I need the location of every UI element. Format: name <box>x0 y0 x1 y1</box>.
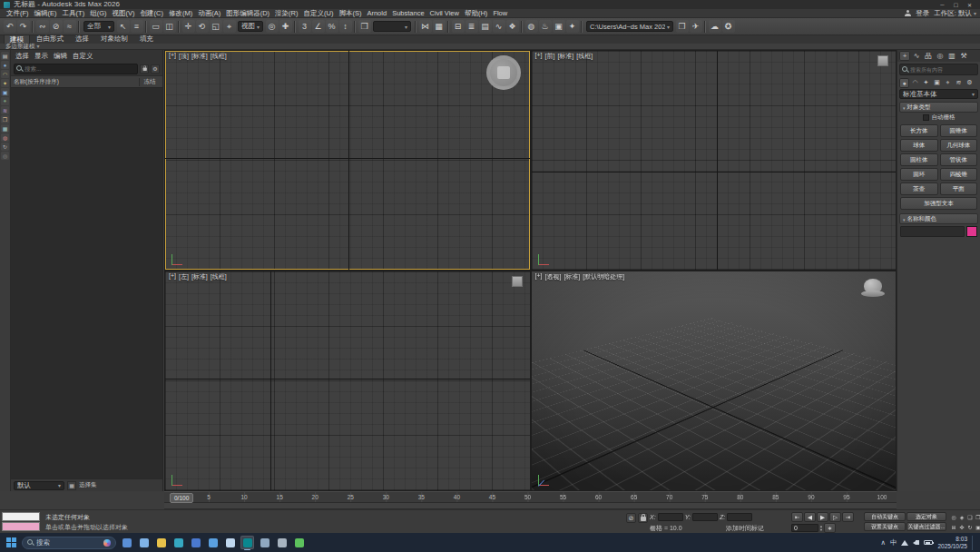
category-shapes-icon[interactable]: ◠ <box>910 78 920 88</box>
snaps-toggle-3d-button[interactable]: 3 <box>299 20 311 33</box>
schematic-view-button[interactable]: ❖ <box>506 20 519 33</box>
percent-snap-toggle-button[interactable]: % <box>326 20 338 33</box>
taskbar-copilot[interactable] <box>137 536 151 549</box>
autogrid-checkbox[interactable] <box>923 114 929 121</box>
timeline-tick[interactable]: 85 <box>772 494 779 500</box>
viewport-label-seg-0[interactable]: [+] <box>535 52 543 61</box>
name-color-rollout-header[interactable]: 名称和颜色 <box>899 213 978 224</box>
render-setup-button[interactable]: ♨ <box>539 20 552 33</box>
go-to-end-button[interactable]: ⇥ <box>842 512 854 522</box>
viewport-left[interactable]: [+][左][标准][线框] <box>165 271 530 490</box>
selected-objects-button[interactable]: 选定对象 <box>906 512 946 521</box>
subcategory-dropdown[interactable]: 标准基本体 <box>899 89 978 99</box>
use-pivot-point-center-button[interactable]: ◎ <box>266 20 279 33</box>
x-coordinate-field[interactable] <box>658 513 683 521</box>
menu-file[interactable]: 文件(F) <box>4 9 32 18</box>
taskbar-search[interactable]: 搜索 <box>22 537 116 549</box>
viewport-label-seg-1[interactable]: [前] <box>544 52 554 61</box>
taskbar-notepad[interactable] <box>258 536 271 549</box>
taskbar-task-view[interactable] <box>120 536 133 549</box>
rectangular-selection-region-button[interactable]: ▭ <box>150 20 162 33</box>
autodesk-app-button[interactable]: ✪ <box>722 20 735 33</box>
viewcube-icon[interactable] <box>486 55 521 90</box>
maxscript-listener[interactable] <box>2 512 40 521</box>
display-lights-icon[interactable]: ✦ <box>1 79 9 87</box>
workspace-dropdown[interactable]: 工作区: 默认 <box>934 9 976 18</box>
create-sphere-button[interactable]: 球体 <box>900 139 938 152</box>
edit-named-selection-sets-button[interactable]: ❒ <box>358 20 371 33</box>
named-selection-sets-dropdown[interactable] <box>373 21 411 32</box>
explorer-menu-select[interactable]: 选择 <box>14 52 31 61</box>
taskbar-file-explorer[interactable] <box>154 536 168 549</box>
macro-recorder[interactable] <box>2 522 40 531</box>
timeline-tick[interactable]: 5 <box>207 494 211 500</box>
menu-create[interactable]: 创建(C) <box>138 9 166 18</box>
taskbar-microsoft-store[interactable] <box>189 536 202 549</box>
explorer-lock-button[interactable] <box>140 64 149 74</box>
timeline-tick[interactable]: 35 <box>418 494 425 500</box>
zoom-button[interactable]: ◎ <box>950 512 957 521</box>
create-torus-button[interactable]: 圆环 <box>900 168 938 181</box>
ribbon-tab-object-paint[interactable]: 对象绘制 <box>95 34 133 44</box>
toggle-layer-explorer-button[interactable]: ≣ <box>466 20 478 33</box>
command-tab-modify[interactable]: ∿ <box>911 51 922 61</box>
timeline-tick[interactable]: 55 <box>560 494 566 500</box>
selection-filter-dropdown[interactable]: 全部 <box>83 21 114 32</box>
selection-lock-toggle[interactable] <box>638 513 648 523</box>
timeline-tick[interactable]: 75 <box>701 494 708 500</box>
key-filters-button[interactable]: 关键点过滤器... <box>906 522 946 531</box>
selection-set-icon[interactable]: ▦ <box>67 481 76 490</box>
explorer-menu-customize[interactable]: 自定义 <box>71 52 95 61</box>
select-and-rotate-button[interactable]: ⟲ <box>196 20 209 33</box>
select-by-name-button[interactable]: ≡ <box>131 20 143 33</box>
undo-button[interactable]: ↶ <box>4 20 16 33</box>
menu-animation[interactable]: 动画(A) <box>195 9 223 18</box>
network-icon[interactable] <box>901 540 908 546</box>
timeline-tick[interactable]: 40 <box>454 494 460 500</box>
timeline-tick[interactable]: 50 <box>524 494 531 500</box>
clock[interactable]: 8:03 2025/10/25 <box>937 536 967 549</box>
menu-views[interactable]: 视图(V) <box>110 9 138 18</box>
category-geometry-icon[interactable]: ● <box>899 78 909 88</box>
timeline-tick[interactable]: 80 <box>737 494 743 500</box>
command-tab-create[interactable]: + <box>899 51 910 61</box>
viewport-label-seg-2[interactable]: [标准] <box>191 272 208 281</box>
timeline-tick[interactable]: 65 <box>631 494 637 500</box>
category-systems-icon[interactable]: ⚙ <box>965 78 975 88</box>
explorer-settings-button[interactable]: ⚙ <box>151 64 160 74</box>
add-time-tag-button[interactable]: 添加时间标记 <box>726 524 764 533</box>
taskbar-mail[interactable] <box>206 536 220 549</box>
category-space-warps-icon[interactable]: ≋ <box>954 78 964 88</box>
reference-coordinate-dropdown[interactable]: 视图 <box>238 21 263 32</box>
taskbar-3ds-max[interactable] <box>240 536 254 549</box>
align-button[interactable]: ▦ <box>433 20 446 33</box>
close-button[interactable]: ✕ <box>963 0 976 9</box>
search-input[interactable] <box>14 64 138 74</box>
explorer-preset-dropdown[interactable]: 默认 <box>14 481 64 490</box>
menu-edit[interactable]: 编辑(E) <box>32 9 60 18</box>
command-tab-utilities[interactable]: ⚒ <box>958 51 969 61</box>
isolate-selection-toggle[interactable]: ⊘ <box>626 513 636 523</box>
create-box-button[interactable]: 长方体 <box>900 124 938 137</box>
battery-icon[interactable] <box>924 540 933 545</box>
menu-flow[interactable]: Flow <box>490 9 510 18</box>
timeline-tick[interactable]: 95 <box>843 494 849 500</box>
viewport-label-seg-1[interactable]: [左] <box>179 272 189 281</box>
menu-scripting[interactable]: 脚本(S) <box>336 9 364 18</box>
menu-customize[interactable]: 自定义(U) <box>301 9 337 18</box>
object-color-swatch[interactable] <box>966 226 977 237</box>
category-helpers-icon[interactable]: ⌖ <box>943 78 953 88</box>
orbit-button[interactable]: ↻ <box>966 522 974 531</box>
viewport-label-seg-2[interactable]: [标准] <box>191 52 208 61</box>
create-tube-button[interactable]: 管状体 <box>940 153 978 166</box>
toggle-scene-explorer-button[interactable]: ⊟ <box>452 20 465 33</box>
timeline-tick[interactable]: 15 <box>277 494 283 500</box>
material-editor-button[interactable]: ◍ <box>525 20 538 33</box>
zoom-extents-button[interactable]: ❑ <box>966 512 974 521</box>
display-geometry-icon[interactable]: ● <box>1 61 9 69</box>
search-field[interactable] <box>24 65 135 72</box>
zoom-extents-all-button[interactable]: ❒ <box>975 512 980 521</box>
menu-arnold[interactable]: Arnold <box>364 9 389 18</box>
display-cameras-icon[interactable]: ▣ <box>1 88 9 96</box>
viewport-label-seg-0[interactable]: [+] <box>169 272 176 281</box>
